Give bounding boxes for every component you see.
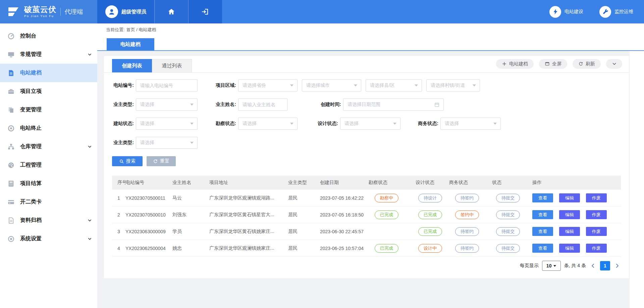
- nav-monitor-ops-label: 监控运维: [614, 9, 633, 15]
- per-page-select[interactable]: 10: [542, 261, 561, 271]
- sidebar-item-system-settings[interactable]: 系统设置: [0, 230, 97, 248]
- dashboard-icon: [7, 33, 15, 40]
- collapse-toolbar-button[interactable]: [606, 59, 622, 69]
- city-select[interactable]: 请选择城市: [302, 79, 361, 91]
- settings-icon: [7, 235, 15, 243]
- void-button[interactable]: 作废: [586, 210, 607, 219]
- logo-section: 破茧云伏 Po Jian Yun Fu 代理端: [0, 0, 97, 23]
- owner-type-select-2[interactable]: 请选择: [136, 137, 198, 149]
- cell-owner-type: 居民: [288, 195, 320, 201]
- sidebar-item-console[interactable]: 控制台: [0, 27, 97, 45]
- calculator-icon: [7, 180, 15, 187]
- sidebar-item-project-settlement[interactable]: 项目结算: [0, 174, 97, 193]
- page-tab-bar: 电站建档: [97, 36, 644, 51]
- design-status-select[interactable]: 请选择: [340, 118, 400, 130]
- sidebar-item-engineering-mgmt[interactable]: 工程管理: [0, 156, 97, 174]
- survey-status-badge: 勘察中: [375, 194, 398, 202]
- tab-create-list[interactable]: 创建列表: [112, 59, 152, 72]
- cell-created: 2023-07-05 16:42:22: [320, 195, 369, 201]
- breadcrumb: 当前位置: 首页 / 电站建档: [97, 23, 644, 36]
- sidebar-item-warehouse-mgmt[interactable]: 仓库管理: [0, 137, 97, 156]
- edit-button[interactable]: 编辑: [559, 210, 580, 219]
- void-button[interactable]: 作废: [586, 244, 607, 253]
- status-badge: 待提交: [496, 194, 520, 202]
- page-tab-plant-filing[interactable]: 电站建档: [107, 38, 154, 50]
- caret-down-icon: [393, 123, 396, 125]
- page-number-button[interactable]: 1: [600, 261, 610, 270]
- top-bar: 破茧云伏 Po Jian Yun Fu 代理端 超级管理员 电站建设: [0, 0, 644, 23]
- tab-passed-list[interactable]: 通过列表: [152, 59, 192, 72]
- province-select[interactable]: 请选择省份: [238, 79, 298, 91]
- design-status-badge: 待设计: [418, 194, 442, 202]
- view-button[interactable]: 查看: [532, 244, 553, 253]
- reset-icon: [153, 159, 158, 164]
- cell-owner-type: 居民: [288, 245, 320, 251]
- select-placeholder: 请选择县/区: [370, 82, 395, 88]
- search-button-label: 搜索: [126, 158, 136, 164]
- void-button[interactable]: 作废: [586, 193, 607, 202]
- gauge-icon: [7, 162, 15, 169]
- home-button[interactable]: [154, 0, 188, 23]
- breadcrumb-path[interactable]: 首页 / 电站建档: [126, 27, 156, 33]
- owner-type-select[interactable]: 请选择: [136, 99, 198, 111]
- cell-created: 2023-06-25 10:57:04: [320, 246, 369, 251]
- edit-button[interactable]: 编辑: [559, 244, 580, 253]
- pagination: 每页显示 10 条, 共 4 条 1: [112, 261, 621, 271]
- sidebar-item-type2-card[interactable]: 开二类卡: [0, 193, 97, 211]
- reset-button[interactable]: 重置: [147, 156, 176, 166]
- view-button[interactable]: 查看: [532, 227, 553, 236]
- nav-plant-build[interactable]: 电站建设: [549, 6, 583, 18]
- design-status-badge: 设计中: [418, 244, 442, 253]
- caret-down-icon: [493, 123, 497, 125]
- field-label: 勘察状态:: [214, 121, 236, 127]
- plant-code-input[interactable]: [136, 79, 198, 91]
- view-button[interactable]: 查看: [532, 193, 553, 202]
- view-button[interactable]: 查看: [532, 210, 553, 219]
- bolt-icon: [549, 6, 561, 18]
- town-select[interactable]: 请选择村镇/街道: [426, 79, 480, 91]
- col-header-address: 项目地址: [209, 180, 288, 186]
- sidebar-item-label: 仓库管理: [20, 143, 42, 150]
- sidebar-item-general-mgmt[interactable]: 常规管理: [0, 45, 97, 64]
- breadcrumb-prefix: 当前位置:: [106, 27, 125, 33]
- survey-status-select[interactable]: 请选择: [238, 118, 298, 130]
- build-status-select[interactable]: 请选择: [136, 118, 198, 130]
- logo-icon: [6, 4, 21, 19]
- search-icon: [119, 159, 124, 164]
- user-menu[interactable]: 超级管理员: [97, 0, 154, 23]
- add-plant-filing-button[interactable]: 电站建档: [496, 59, 534, 69]
- nav-monitor-ops[interactable]: 监控运维: [599, 6, 633, 18]
- county-select[interactable]: 请选择县/区: [366, 79, 422, 91]
- select-placeholder: 请选择: [140, 102, 154, 108]
- select-placeholder: 请选择村镇/街道: [431, 82, 465, 88]
- reset-button-label: 重置: [160, 158, 169, 164]
- design-status-badge: 已完成: [418, 210, 442, 219]
- edit-button[interactable]: 编辑: [559, 193, 580, 202]
- caret-down-icon: [553, 265, 556, 267]
- business-status-select[interactable]: 请选择: [440, 118, 501, 130]
- sidebar-item-plant-termination[interactable]: 电站终止: [0, 119, 97, 137]
- field-label: 创建时间:: [319, 102, 341, 108]
- prev-page-button[interactable]: [589, 262, 597, 269]
- refresh-button[interactable]: 刷新: [573, 59, 601, 69]
- edit-button[interactable]: 编辑: [559, 227, 580, 236]
- void-button[interactable]: 作废: [586, 227, 607, 236]
- document-icon: [7, 69, 15, 77]
- logout-button[interactable]: [188, 0, 222, 23]
- col-header-design: 设计状态: [416, 180, 449, 186]
- sidebar-item-change-mgmt[interactable]: 变更管理: [0, 101, 97, 119]
- card-icon: [7, 198, 15, 206]
- sidebar-item-project-initiation[interactable]: 项目立项: [0, 82, 97, 101]
- sidebar-item-data-archive[interactable]: 资料归档: [0, 211, 97, 230]
- sidebar-item-plant-filing[interactable]: 电站建档: [0, 64, 97, 82]
- design-status-badge: 已完成: [418, 227, 442, 236]
- search-button[interactable]: 搜索: [112, 156, 143, 166]
- logo-text: 破茧云伏 Po Jian Yun Fu: [24, 5, 56, 18]
- business-status-badge: 待签约: [455, 244, 479, 253]
- next-page-button[interactable]: [613, 262, 621, 269]
- cell-sn: 1: [112, 195, 125, 201]
- fullscreen-button[interactable]: 全屏: [539, 59, 567, 69]
- created-date-range-picker[interactable]: 请选择日期范围: [343, 99, 444, 111]
- owner-name-input[interactable]: [238, 99, 287, 111]
- col-header-owner-type: 业主类型: [288, 180, 320, 186]
